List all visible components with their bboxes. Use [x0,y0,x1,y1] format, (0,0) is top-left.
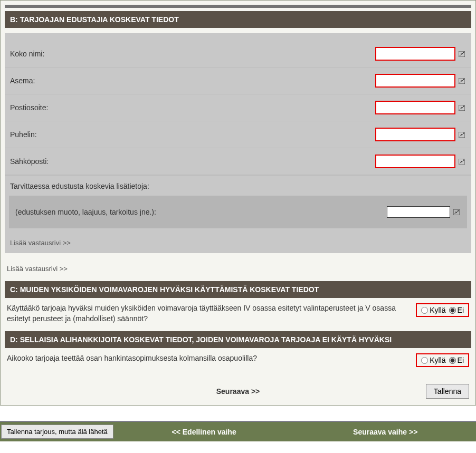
footer-bar: Tallenna tarjous, mutta älä lähetä << Ed… [0,421,476,441]
section-c-header: C: MUIDEN YKSIKÖIDEN VOIMAVAROJEN HYVÄKS… [5,281,471,298]
input-name[interactable] [375,47,455,61]
expand-icon[interactable] [458,131,466,138]
row-postal: Postiosoite: [5,94,471,121]
input-detail[interactable] [387,206,450,218]
save-no-send-button[interactable]: Tallenna tarjous, mutta älä lähetä [1,425,113,439]
label-detail: (edustuksen muoto, laajuus, tarkoitus jn… [15,208,387,216]
radio-d-yes-label[interactable]: Kyllä [421,356,445,364]
input-position[interactable] [375,74,455,88]
question-c-text: Käyttääkö tarjoaja hyväksi muiden yksikö… [7,303,410,324]
label-position: Asema: [10,76,375,85]
radio-c-no-label[interactable]: Ei [449,306,464,314]
question-d-text: Aikooko tarjoaja teettää osan hankintaso… [7,353,410,364]
expand-icon[interactable] [458,77,466,84]
expand-icon[interactable] [458,104,466,111]
next-step-link[interactable]: Seuraava vaihe >> [294,428,476,436]
radio-c-yes-label[interactable]: Kyllä [421,306,445,314]
row-name: Koko nimi: [5,41,471,68]
label-postal: Postiosoite: [10,103,375,112]
prev-step-link[interactable]: << Edellinen vaihe [113,428,295,436]
add-row-outer[interactable]: Lisää vastausrivi >> [5,258,471,279]
inner-panel: (edustuksen muoto, laajuus, tarkoitus jn… [9,196,467,228]
input-email[interactable] [375,155,455,168]
add-row-inner[interactable]: Lisää vastausrivi >> [5,233,471,253]
section-b-panel: Koko nimi: Asema: Postiosoite: [5,33,471,253]
save-button[interactable]: Tallenna [426,384,469,399]
radio-d-no[interactable] [449,357,456,364]
radio-d-no-label[interactable]: Ei [449,356,464,364]
input-postal[interactable] [375,101,455,114]
section-b-header: B: TARJOAJAN EDUSTAJIA KOSKEVAT TIEDOT [5,11,471,28]
label-email: Sähköposti: [10,157,375,166]
label-phone: Puhelin: [10,130,375,139]
radio-d-yes[interactable] [421,357,428,364]
row-position: Asema: [5,68,471,94]
row-phone: Puhelin: [5,121,471,148]
question-d: Aikooko tarjoaja teettää osan hankintaso… [5,348,471,372]
subhead-extra: Tarvittaessa edustusta koskevia lisätiet… [5,175,471,195]
radio-c-yes[interactable] [421,307,428,314]
row-email: Sähköposti: [5,148,471,175]
input-phone[interactable] [375,128,455,141]
form-container: B: TARJOAJAN EDUSTAJIA KOSKEVAT TIEDOT K… [0,0,476,406]
expand-icon[interactable] [458,50,466,57]
label-name: Koko nimi: [10,50,375,58]
expand-icon[interactable] [452,208,461,216]
question-c: Käyttääkö tarjoaja hyväksi muiden yksikö… [5,298,471,329]
section-d-header: D: SELLAISIA ALIHANKKIJOITA KOSKEVAT TIE… [5,331,471,348]
row-detail: (edustuksen muoto, laajuus, tarkoitus jn… [9,196,467,228]
next-link[interactable]: Seuraava >> [216,387,260,396]
expand-icon[interactable] [458,158,466,165]
radio-c-no[interactable] [449,307,456,314]
radio-group-c: Kyllä Ei [416,303,469,317]
divider [5,5,471,8]
radio-group-d: Kyllä Ei [416,353,469,367]
bottom-row: Seuraava >> Tallenna [5,382,471,401]
